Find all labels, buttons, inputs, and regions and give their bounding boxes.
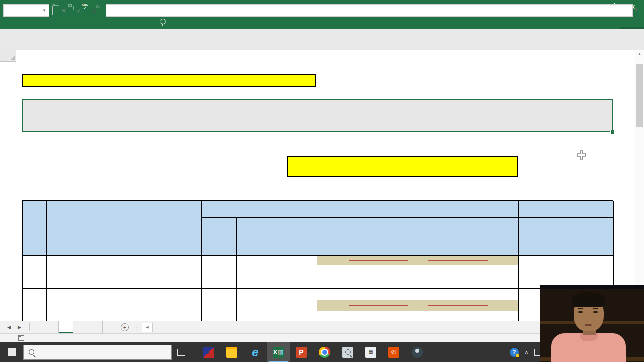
scroll-up-icon[interactable]: ▲ [635, 52, 644, 56]
taskbar-internet-explorer[interactable]: e [244, 342, 267, 362]
sheet-tab-asiento-de[interactable] [103, 321, 117, 333]
cell-fecha[interactable] [47, 277, 94, 289]
cell[interactable] [47, 256, 94, 265]
cell[interactable] [94, 300, 202, 311]
vertical-scrollbar[interactable]: ▲ [635, 50, 644, 321]
tab-vista[interactable] [102, 18, 116, 25]
sheet-tab-asiento-luz-agua-telefono[interactable] [73, 321, 88, 333]
cell-denominacion[interactable] [317, 289, 519, 300]
task-view-button[interactable] [172, 342, 191, 362]
cell[interactable] [47, 300, 94, 311]
taskbar-file-explorer[interactable] [220, 342, 244, 362]
selection-fill-handle[interactable] [610, 130, 615, 134]
cell-glosa[interactable] [94, 289, 202, 300]
cell-correlativo[interactable] [23, 277, 47, 289]
cell[interactable] [202, 289, 237, 300]
cell[interactable] [237, 265, 258, 277]
cell-correlativo[interactable] [23, 289, 47, 300]
vertical-scrollbar-thumb[interactable] [636, 64, 643, 127]
hscroll-left-icon[interactable]: ◀ [142, 323, 153, 332]
cell-codigo[interactable] [287, 277, 317, 289]
cell[interactable] [237, 311, 258, 321]
cell[interactable] [258, 256, 287, 265]
cell[interactable] [519, 256, 566, 265]
sheet-tab-cuenta[interactable] [30, 321, 44, 333]
tab-insertar[interactable] [31, 18, 45, 25]
cell-denominacion[interactable] [317, 277, 519, 289]
cell-fecha[interactable] [47, 311, 94, 321]
taskbar-chrome[interactable] [313, 342, 336, 362]
cell[interactable] [237, 289, 258, 300]
taskbar-photos-app[interactable] [197, 342, 220, 362]
cell[interactable] [566, 256, 614, 265]
cell-fecha[interactable] [47, 265, 94, 277]
cell[interactable] [237, 300, 258, 311]
taskbar-excel[interactable]: X▦ [267, 342, 290, 362]
new-sheet-icon[interactable]: + [121, 323, 129, 331]
tray-expand-icon[interactable]: ∧ [525, 349, 528, 355]
cell-glosa[interactable] [94, 311, 202, 321]
cell[interactable] [237, 277, 258, 289]
cell-codigo[interactable] [287, 265, 317, 277]
entry-group-band[interactable] [317, 256, 519, 265]
cell-porcentaje[interactable] [258, 277, 287, 289]
formula-input[interactable] [106, 4, 633, 17]
cell-debe[interactable] [519, 265, 566, 277]
insert-function-icon[interactable]: fx [87, 7, 102, 15]
cell[interactable] [23, 300, 47, 311]
taskbar-search-input[interactable] [23, 345, 172, 360]
tab-diseno-de-pagina[interactable] [45, 18, 59, 25]
tab-inicio[interactable] [17, 18, 31, 25]
tab-revisar[interactable] [88, 18, 102, 25]
cell-fecha[interactable] [47, 289, 94, 300]
cancel-entry-icon[interactable]: ✕ [56, 7, 71, 14]
cell[interactable] [287, 256, 317, 265]
sheet-nav-left-icon[interactable]: ◀ [7, 325, 11, 330]
tray-partial-icon[interactable] [534, 349, 540, 356]
start-button[interactable] [0, 342, 23, 362]
tab-datos[interactable] [73, 18, 88, 25]
tab-formulas[interactable] [59, 18, 73, 25]
cell-porcentaje[interactable] [258, 265, 287, 277]
entry-group-band[interactable] [317, 300, 519, 311]
sheet-tab-asiento-planillas[interactable] [44, 321, 59, 333]
cell-denominacion[interactable] [317, 265, 519, 277]
sheet-nav-right-icon[interactable]: ▶ [18, 325, 21, 330]
select-all-corner[interactable] [0, 50, 16, 62]
enter-entry-icon[interactable]: ✓ [71, 7, 87, 14]
cell[interactable] [202, 256, 237, 265]
cell-porcentaje[interactable] [258, 289, 287, 300]
case-title-cell[interactable] [22, 74, 316, 87]
cell[interactable] [202, 265, 237, 277]
cell[interactable] [202, 311, 237, 321]
expand-formula-bar-icon[interactable]: ▼ [634, 7, 639, 12]
statement-cell[interactable] [22, 99, 613, 132]
taskbar-powerpoint[interactable]: P [290, 342, 313, 362]
cell[interactable] [287, 300, 317, 311]
cell[interactable] [94, 256, 202, 265]
cell-porcentaje[interactable] [258, 311, 287, 321]
taskbar-calculator[interactable]: ▦ [359, 342, 382, 362]
sheet-tab-asiento-recxhon[interactable] [59, 321, 73, 333]
macro-record-icon[interactable] [18, 335, 24, 341]
cell[interactable] [258, 300, 287, 311]
taskbar-pdf-app[interactable]: ✆ [382, 342, 406, 362]
cell-denominacion[interactable] [317, 311, 519, 321]
cell[interactable] [23, 256, 47, 265]
cell-correlativo[interactable] [23, 265, 47, 277]
cell-glosa[interactable] [94, 277, 202, 289]
cell[interactable] [202, 300, 237, 311]
sheet-tab-asiento-alquiler[interactable] [88, 321, 103, 333]
tell-me-box[interactable] [160, 19, 169, 24]
cell-haber[interactable] [566, 265, 614, 277]
name-box-dropdown-icon[interactable]: ▼ [42, 8, 46, 13]
cell-correlativo[interactable] [23, 311, 47, 321]
cell-codigo[interactable] [287, 311, 317, 321]
taskbar-obs[interactable] [406, 342, 429, 362]
cell-codigo[interactable] [287, 289, 317, 300]
tab-desarrollador[interactable] [116, 18, 130, 25]
taskbar-magnifier-app[interactable] [336, 342, 359, 362]
help-tray-icon[interactable]: ? [510, 348, 519, 357]
cell-glosa[interactable] [94, 265, 202, 277]
cell[interactable] [237, 256, 258, 265]
